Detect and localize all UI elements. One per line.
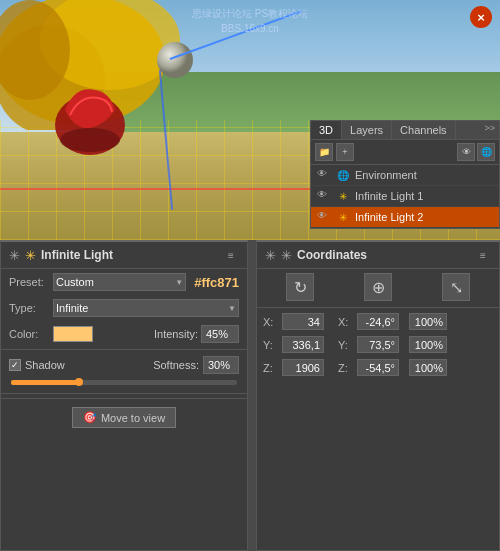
panel-right-tools: 👁 🌐	[457, 143, 495, 161]
3d-item-light2[interactable]: 👁 ✳ Infinite Light 2	[311, 207, 499, 228]
softness-group: Softness:	[153, 356, 239, 374]
panel-tabs: 3D Layers Channels >>	[311, 121, 499, 140]
preset-arrow-icon: ▼	[175, 278, 183, 287]
z-coord-row: Z: Z:	[257, 356, 499, 379]
color-swatch[interactable]	[53, 326, 93, 342]
3d-item-environment[interactable]: 👁 🌐 Environment	[311, 165, 499, 186]
right-panel-header: ✳ ✳ Coordinates ≡	[257, 242, 499, 269]
scale-icon-btn[interactable]: ⤡	[442, 273, 470, 301]
right-panel-menu-btn[interactable]: ≡	[475, 247, 491, 263]
panel-collapse-icon[interactable]: >>	[484, 123, 495, 137]
x-pct-input[interactable]	[409, 313, 447, 330]
left-header-icon1: ✳	[9, 248, 20, 263]
x-value-input[interactable]	[282, 313, 324, 330]
light1-label: Infinite Light 1	[355, 190, 493, 202]
tab-3d[interactable]: 3D	[311, 121, 342, 139]
color-label: Color:	[9, 328, 49, 340]
right-header-icon2: ✳	[281, 248, 292, 263]
color-hex-display: #ffc871	[194, 275, 239, 290]
left-panel-title: Infinite Light	[41, 248, 113, 262]
svg-point-6	[157, 42, 193, 78]
svg-point-5	[60, 128, 120, 152]
close-button[interactable]: ×	[470, 6, 492, 28]
eye-icon-light2: 👁	[317, 210, 331, 224]
x-angle-input[interactable]	[357, 313, 399, 330]
z-pct-input[interactable]	[409, 359, 447, 376]
type-row: Type: Infinite ▼	[1, 295, 247, 321]
preset-dropdown[interactable]: Custom ▼	[53, 273, 186, 291]
move-to-view-btn[interactable]: 🎯 Move to view	[72, 407, 176, 428]
y-pct-input[interactable]	[409, 336, 447, 353]
intensity-group: Intensity:	[154, 325, 239, 343]
tool-globe-btn[interactable]: 🌐	[477, 143, 495, 161]
environment-label: Environment	[355, 169, 493, 181]
y-coord-row: Y: Y:	[257, 333, 499, 356]
preset-row: Preset: Custom ▼ #ffc871	[1, 269, 247, 295]
right-panel-title: Coordinates	[297, 248, 367, 262]
right-header-icon1: ✳	[265, 248, 276, 263]
x-label: X:	[263, 316, 279, 328]
type-dropdown[interactable]: Infinite ▼	[53, 299, 239, 317]
3d-panel: 3D Layers Channels >> 📁 + 👁 🌐 👁 🌐 Enviro…	[310, 120, 500, 229]
z-label: Z:	[263, 362, 279, 374]
color-intensity-row: Color: Intensity:	[1, 321, 247, 347]
shadow-checkbox[interactable]	[9, 359, 21, 371]
tool-new-btn[interactable]: +	[336, 143, 354, 161]
x-angle-label: X:	[338, 316, 354, 328]
scene-viewport: 思绿设计论坛 PS教程论坛 BBS.16x9.cn 3D Layers Chan…	[0, 0, 500, 240]
move-icon: 🎯	[83, 411, 97, 424]
tab-layers[interactable]: Layers	[342, 121, 392, 139]
panel-tab-controls: >>	[480, 121, 499, 139]
shadow-row: Shadow Softness:	[1, 352, 247, 378]
shadow-label: Shadow	[25, 359, 65, 371]
panel-separator	[250, 240, 252, 551]
properties-panel-left: ✳ ✳ Infinite Light ≡ Preset: Custom ▼ #f…	[0, 240, 248, 551]
z-angle-label: Z:	[338, 362, 354, 374]
tab-channels[interactable]: Channels	[392, 121, 455, 139]
light1-icon: ✳	[336, 189, 350, 203]
shadow-slider-row	[1, 378, 247, 391]
y-angle-input[interactable]	[357, 336, 399, 353]
separator2	[1, 393, 247, 394]
3d-item-light1[interactable]: 👁 ✳ Infinite Light 1	[311, 186, 499, 207]
left-panel-header: ✳ ✳ Infinite Light ≡	[1, 242, 247, 269]
panel-toolbar: 📁 + 👁 🌐	[311, 140, 499, 165]
type-arrow-icon: ▼	[228, 304, 236, 313]
light2-label: Infinite Light 2	[355, 211, 493, 223]
left-panel-menu-btn[interactable]: ≡	[223, 247, 239, 263]
y-label: Y:	[263, 339, 279, 351]
z-angle-input[interactable]	[357, 359, 399, 376]
softness-input[interactable]	[203, 356, 239, 374]
light2-icon: ✳	[336, 210, 350, 224]
right-separator1	[257, 307, 499, 308]
rotate-icon-btn[interactable]: ↻	[286, 273, 314, 301]
watermark: 思绿设计论坛 PS教程论坛 BBS.16x9.cn	[192, 6, 308, 36]
environment-icon: 🌐	[336, 168, 350, 182]
properties-panel-right: ✳ ✳ Coordinates ≡ ↻ ⊕ ⤡ X: X: Y: Y:	[256, 240, 500, 551]
type-label: Type:	[9, 302, 49, 314]
3d-shoe-object	[50, 70, 130, 160]
separator1	[1, 349, 247, 350]
x-coord-row: X: X:	[257, 310, 499, 333]
shadow-slider-thumb[interactable]	[75, 378, 83, 386]
intensity-label: Intensity:	[154, 328, 198, 340]
z-value-input[interactable]	[282, 359, 324, 376]
type-value: Infinite	[56, 302, 88, 314]
shadow-slider-track[interactable]	[11, 380, 237, 385]
move-icon-btn[interactable]: ⊕	[364, 273, 392, 301]
left-header-icon2: ✳	[25, 248, 36, 263]
bottom-panels: ✳ ✳ Infinite Light ≡ Preset: Custom ▼ #f…	[0, 240, 500, 551]
intensity-input[interactable]	[201, 325, 239, 343]
softness-label: Softness:	[153, 359, 199, 371]
y-value-input[interactable]	[282, 336, 324, 353]
eye-icon-light1: 👁	[317, 189, 331, 203]
bottom-btn-row: 🎯 Move to view	[1, 398, 247, 436]
preset-value: Custom	[56, 276, 94, 288]
coord-icon-row: ↻ ⊕ ⤡	[257, 269, 499, 305]
tool-folder-btn[interactable]: 📁	[315, 143, 333, 161]
tool-eye-btn[interactable]: 👁	[457, 143, 475, 161]
move-btn-label: Move to view	[101, 412, 165, 424]
eye-icon-environment: 👁	[317, 168, 331, 182]
preset-label: Preset:	[9, 276, 49, 288]
shadow-slider-fill	[11, 380, 79, 385]
